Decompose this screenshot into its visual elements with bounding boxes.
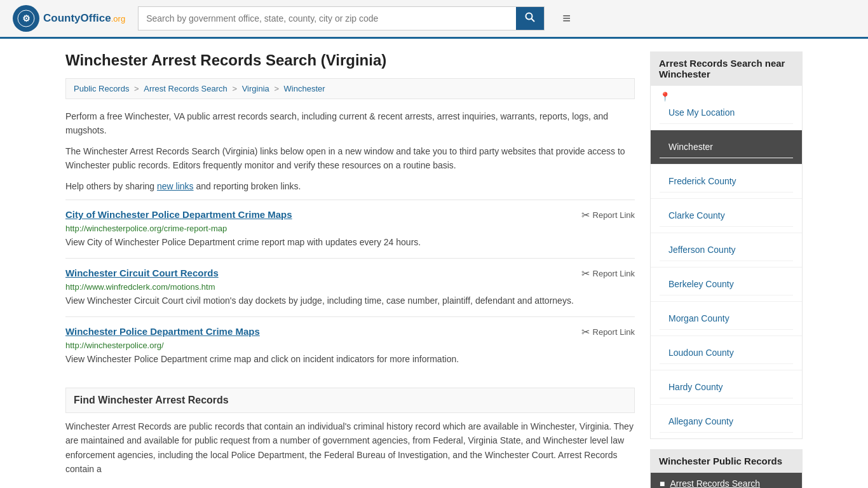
breadcrumb-virginia[interactable]: Virginia <box>242 84 269 93</box>
result-title-1[interactable]: City of Winchester Police Department Cri… <box>65 209 292 220</box>
logo-icon: ⚙ <box>13 5 39 32</box>
desc3-post: and reporting broken links. <box>194 181 301 191</box>
logo-county-text: County <box>43 12 81 25</box>
sidebar-pubrecords-arrest[interactable]: ■ Arrest Records Search <box>651 473 802 488</box>
sidebar-item-hardy[interactable]: Hardy County <box>651 370 802 405</box>
sidebar-item-use-location[interactable]: 📍 Use My Location <box>651 86 802 130</box>
breadcrumb-winchester[interactable]: Winchester <box>284 84 325 93</box>
result-desc-2: View Winchester Circuit Court civil moti… <box>65 294 635 308</box>
breadcrumb-arrest-records[interactable]: Arrest Records Search <box>144 84 227 93</box>
report-icon-3: ✂ <box>581 326 590 338</box>
search-icon <box>525 12 535 22</box>
result-url-1[interactable]: http://winchesterpolice.org/crime-report… <box>65 224 635 233</box>
description-1: Perform a free Winchester, VA public arr… <box>65 109 635 138</box>
sidebar-item-winchester[interactable]: Winchester <box>651 130 802 165</box>
sidebar-item-jefferson[interactable]: Jefferson County <box>651 233 802 268</box>
search-button[interactable] <box>516 7 544 30</box>
svg-point-2 <box>526 13 532 20</box>
find-title: Find Winchester Arrest Records <box>74 395 627 406</box>
sidebar-nearby-list: 📍 Use My Location Winchester Frederick C… <box>650 86 803 439</box>
report-link-3[interactable]: ✂ Report Link <box>581 326 635 338</box>
result-item-3: Winchester Police Department Crime Maps … <box>65 316 635 375</box>
sidebar-pubrecords-list: ■ Arrest Records Search 🏛 Court Records … <box>650 473 803 488</box>
site-logo[interactable]: ⚙ County Office .org <box>13 5 125 32</box>
results-list: City of Winchester Police Department Cri… <box>65 200 635 375</box>
result-url-2[interactable]: http://www.winfredclerk.com/motions.htm <box>65 282 635 292</box>
new-links-link[interactable]: new links <box>157 181 194 191</box>
report-icon-1: ✂ <box>581 209 590 221</box>
logo-office-text: Office <box>81 12 111 25</box>
breadcrumb-public-records[interactable]: Public Records <box>74 84 129 93</box>
main-container: Winchester Arrest Records Search (Virgin… <box>53 39 815 488</box>
report-label-2: Report Link <box>593 269 635 278</box>
report-label-3: Report Link <box>593 327 635 337</box>
sidebar-item-allegany[interactable]: Allegany County <box>651 405 802 438</box>
result-desc-3: View Winchester Police Department crime … <box>65 353 635 366</box>
result-title-3[interactable]: Winchester Police Department Crime Maps <box>65 326 260 337</box>
report-label-1: Report Link <box>593 210 635 220</box>
report-icon-2: ✂ <box>581 268 590 280</box>
result-url-3[interactable]: http://winchesterpolice.org/ <box>65 341 635 350</box>
find-section-header: Find Winchester Arrest Records <box>65 388 635 413</box>
desc3-pre: Help others by sharing <box>65 181 157 191</box>
result-item-1: City of Winchester Police Department Cri… <box>65 200 635 258</box>
sidebar-item-frederick[interactable]: Frederick County <box>651 165 802 199</box>
sidebar-pubrecords-title: Winchester Public Records <box>650 449 803 473</box>
breadcrumb: Public Records > Arrest Records Search >… <box>65 78 635 99</box>
result-item-2: Winchester Circuit Court Records ✂ Repor… <box>65 258 635 316</box>
logo-wordmark: County Office .org <box>43 12 125 25</box>
breadcrumb-sep-1: > <box>134 84 141 93</box>
menu-button[interactable]: ≡ <box>557 8 576 29</box>
sidebar-nearby-title: Arrest Records Search near Winchester <box>650 51 803 86</box>
description-3: Help others by sharing new links and rep… <box>65 179 635 193</box>
sidebar-item-clarke[interactable]: Clarke County <box>651 199 802 233</box>
result-title-2[interactable]: Winchester Circuit Court Records <box>65 268 219 278</box>
result-desc-1: View City of Winchester Police Departmen… <box>65 236 635 249</box>
sidebar-item-morgan[interactable]: Morgan County <box>651 302 802 336</box>
breadcrumb-sep-3: > <box>274 84 281 93</box>
arrest-icon: ■ <box>660 478 665 488</box>
main-content: Winchester Arrest Records Search (Virgin… <box>65 51 635 488</box>
report-link-2[interactable]: ✂ Report Link <box>581 268 635 280</box>
description-2: The Winchester Arrest Records Search (Vi… <box>65 144 635 173</box>
search-input[interactable] <box>139 7 516 30</box>
find-section-text: Winchester Arrest Records are public rec… <box>65 419 635 477</box>
sidebar-item-berkeley[interactable]: Berkeley County <box>651 268 802 302</box>
breadcrumb-sep-2: > <box>232 84 239 93</box>
search-bar <box>138 6 545 30</box>
use-my-location-link[interactable]: Use My Location <box>660 102 793 124</box>
sidebar-item-loudoun[interactable]: Loudoun County <box>651 336 802 370</box>
logo-org-text: .org <box>111 14 125 24</box>
svg-line-3 <box>532 19 535 22</box>
report-link-1[interactable]: ✂ Report Link <box>581 209 635 221</box>
svg-text:⚙: ⚙ <box>22 13 31 24</box>
page-title: Winchester Arrest Records Search (Virgin… <box>65 51 635 69</box>
location-pin-icon: 📍 <box>660 92 670 102</box>
site-header: ⚙ County Office .org ≡ <box>0 0 868 39</box>
sidebar: Arrest Records Search near Winchester 📍 … <box>650 51 803 488</box>
